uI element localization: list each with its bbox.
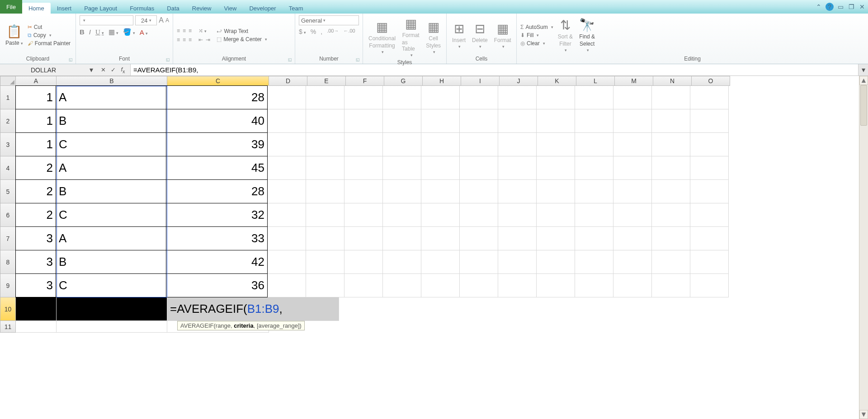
clipboard-launcher-icon[interactable]: ◱ <box>69 57 73 62</box>
tab-file[interactable]: File <box>0 0 22 14</box>
cell[interactable] <box>344 250 383 274</box>
cell-A10[interactable] <box>16 297 57 321</box>
cell[interactable]: A <box>56 156 166 180</box>
cell[interactable] <box>421 180 460 203</box>
cell[interactable] <box>613 227 652 250</box>
row-header[interactable]: 5 <box>0 180 16 203</box>
row-header[interactable]: 8 <box>0 250 16 274</box>
grow-font-icon[interactable]: A <box>159 16 164 24</box>
cell[interactable]: 42 <box>166 250 268 274</box>
cell[interactable]: 28 <box>166 85 268 109</box>
cell[interactable] <box>460 274 498 297</box>
cell[interactable] <box>57 321 167 333</box>
insert-cells-button[interactable]: ⊞Insert <box>450 20 467 50</box>
row-header[interactable]: 7 <box>0 227 16 250</box>
cell[interactable] <box>383 109 421 133</box>
window-restore-icon[interactable]: ❐ <box>847 3 855 11</box>
cell[interactable] <box>575 227 613 250</box>
col-header-J[interactable]: J <box>500 76 538 86</box>
font-name-select[interactable] <box>80 15 133 25</box>
cell[interactable] <box>344 109 383 133</box>
row-header[interactable]: 3 <box>0 133 16 156</box>
cell[interactable] <box>383 156 421 180</box>
cell[interactable] <box>537 227 575 250</box>
cell[interactable] <box>421 156 460 180</box>
cell[interactable] <box>498 203 537 227</box>
comma-format-icon[interactable]: , <box>321 28 322 35</box>
cell[interactable] <box>537 203 575 227</box>
cell[interactable] <box>268 109 306 133</box>
cell[interactable] <box>268 227 306 250</box>
row-header[interactable]: 1 <box>0 86 16 109</box>
cell[interactable] <box>306 180 344 203</box>
cell[interactable]: C <box>56 132 166 156</box>
cell-C10-editing[interactable]: =AVERAGEIF(B1:B9, <box>167 297 339 321</box>
col-header-O[interactable]: O <box>692 76 730 86</box>
cell[interactable] <box>498 109 537 133</box>
cell[interactable] <box>421 133 460 156</box>
cell[interactable] <box>268 133 306 156</box>
cell[interactable]: B <box>56 179 166 203</box>
border-button[interactable]: ▦ <box>108 28 118 36</box>
decrease-indent-icon[interactable]: ⇤ <box>198 37 203 43</box>
cell[interactable] <box>575 133 613 156</box>
format-cells-button[interactable]: ▦Format <box>492 20 513 50</box>
cell[interactable] <box>613 180 652 203</box>
cell[interactable] <box>498 180 537 203</box>
find-select-button[interactable]: 🔭Find &Select <box>577 17 597 53</box>
align-middle-icon[interactable]: ≡ <box>183 28 186 34</box>
cell[interactable] <box>344 203 383 227</box>
cell[interactable] <box>652 250 690 274</box>
cell[interactable] <box>460 133 498 156</box>
scroll-thumb[interactable] <box>860 85 867 126</box>
cell[interactable]: 1 <box>15 132 56 156</box>
cell[interactable] <box>421 109 460 133</box>
name-box-dropdown-icon[interactable]: ▾ <box>87 66 96 74</box>
cell[interactable] <box>460 180 498 203</box>
cancel-formula-icon[interactable]: ✕ <box>99 66 108 73</box>
delete-cells-button[interactable]: ⊟Delete <box>470 20 490 50</box>
format-as-table-button[interactable]: ▦Formatas Table <box>400 15 421 58</box>
col-header-H[interactable]: H <box>423 76 461 86</box>
select-all-corner[interactable] <box>0 76 16 86</box>
cell[interactable] <box>652 203 690 227</box>
scroll-up-icon[interactable]: ▲ <box>859 76 868 85</box>
cell[interactable] <box>344 274 383 297</box>
cell[interactable] <box>421 250 460 274</box>
align-right-icon[interactable]: ≡ <box>189 37 192 43</box>
col-header-F[interactable]: F <box>346 76 384 86</box>
accounting-format-icon[interactable]: $ <box>299 28 306 35</box>
tab-data[interactable]: Data <box>160 3 185 14</box>
align-top-icon[interactable]: ≡ <box>177 28 180 34</box>
cell[interactable] <box>306 86 344 109</box>
vertical-scrollbar[interactable]: ▲ ▼ <box>859 76 868 419</box>
cell[interactable] <box>498 274 537 297</box>
cell[interactable] <box>421 274 460 297</box>
cell[interactable] <box>268 180 306 203</box>
cell[interactable] <box>652 274 690 297</box>
cell[interactable] <box>575 203 613 227</box>
cell[interactable] <box>421 86 460 109</box>
col-header-D[interactable]: D <box>269 76 307 86</box>
cell[interactable] <box>613 109 652 133</box>
cell[interactable] <box>16 321 57 333</box>
col-header-G[interactable]: G <box>384 76 423 86</box>
fx-icon[interactable]: fx <box>118 66 127 74</box>
cell[interactable] <box>498 250 537 274</box>
cell[interactable]: 40 <box>166 109 268 133</box>
cell[interactable]: 2 <box>15 203 56 227</box>
format-painter-button[interactable]: 🖌Format Painter <box>28 40 71 47</box>
cell[interactable]: 28 <box>166 179 268 203</box>
alignment-launcher-icon[interactable]: ◱ <box>288 57 292 62</box>
cell[interactable] <box>498 227 537 250</box>
conditional-formatting-button[interactable]: ▦ConditionalFormatting <box>367 19 397 55</box>
cell[interactable] <box>537 109 575 133</box>
cell[interactable] <box>575 250 613 274</box>
cell[interactable]: 3 <box>15 250 56 274</box>
row-header[interactable]: 2 <box>0 109 16 133</box>
help-icon[interactable]: ? <box>826 3 834 11</box>
cell[interactable] <box>613 156 652 180</box>
cell[interactable] <box>383 203 421 227</box>
window-close-icon[interactable]: ✕ <box>858 3 866 11</box>
cell[interactable]: 39 <box>166 132 268 156</box>
